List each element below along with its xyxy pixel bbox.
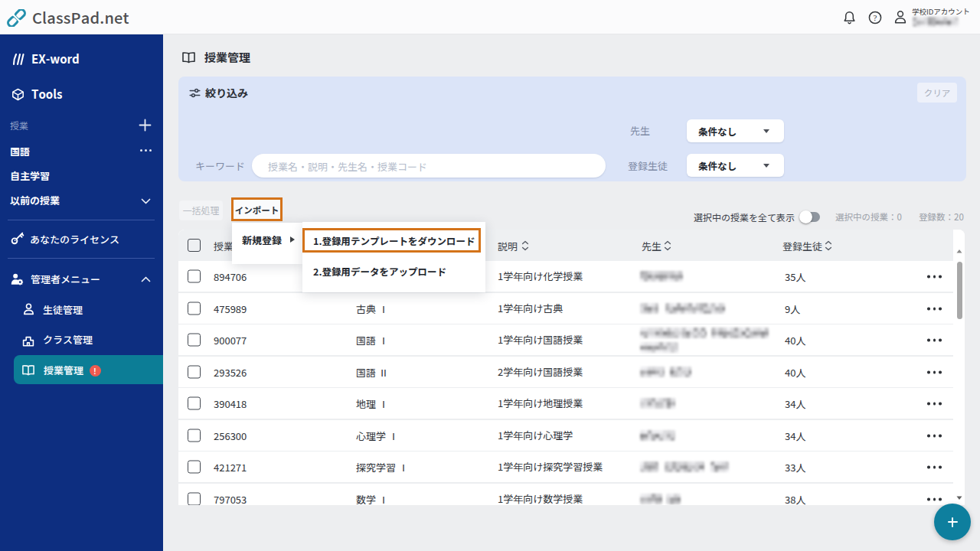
- svg-text:?: ?: [874, 11, 877, 23]
